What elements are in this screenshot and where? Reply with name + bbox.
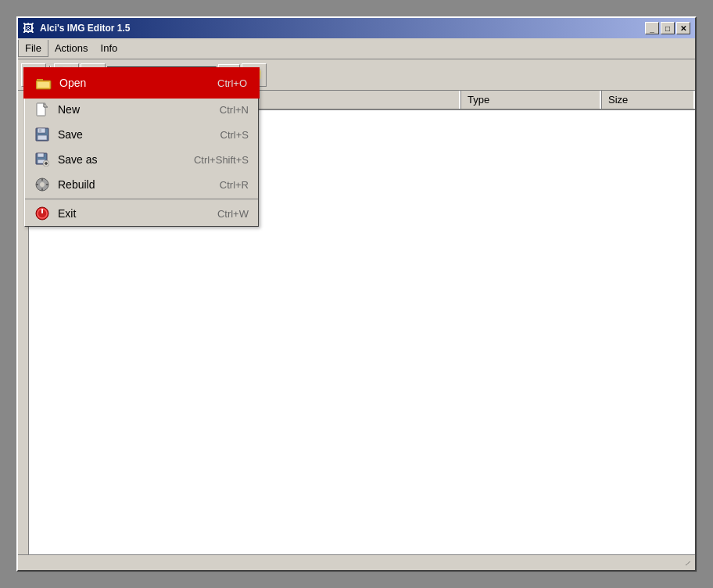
exit-shortcut: Ctrl+W	[217, 208, 249, 220]
svg-rect-9	[39, 128, 41, 132]
rebuild-shortcut: Ctrl+R	[220, 179, 249, 191]
exit-label: Exit	[58, 207, 210, 220]
menu-bar: File Actions Info	[18, 38, 695, 59]
save-shortcut: Ctrl+S	[220, 129, 249, 141]
svg-point-18	[40, 182, 45, 187]
svg-rect-12	[38, 153, 44, 157]
menu-actions[interactable]: Actions	[48, 40, 95, 57]
rebuild-icon	[34, 177, 50, 192]
title-bar-left: 🖼 Alci's IMG Editor 1.5	[23, 22, 131, 34]
svg-rect-19	[41, 178, 43, 181]
svg-rect-20	[41, 188, 43, 191]
title-bar: 🖼 Alci's IMG Editor 1.5 _ □ ✕	[18, 18, 695, 38]
open-shortcut: Ctrl+O	[217, 77, 247, 89]
maximize-button[interactable]: □	[661, 22, 675, 34]
rebuild-label: Rebuild	[58, 178, 212, 191]
saveas-shortcut: Ctrl+Shift+S	[194, 154, 249, 166]
new-label: New	[58, 103, 212, 116]
menu-info[interactable]: Info	[95, 40, 124, 57]
save-icon	[34, 127, 50, 142]
menu-file[interactable]: File	[18, 40, 48, 57]
window-title: Alci's IMG Editor 1.5	[40, 23, 131, 34]
status-icon: ⟋	[683, 558, 692, 568]
svg-rect-22	[46, 184, 48, 185]
saveas-label: Save as	[58, 153, 186, 166]
minimize-button[interactable]: _	[645, 22, 659, 34]
status-bar: ⟋	[18, 554, 695, 570]
exit-icon	[34, 206, 50, 221]
menu-item-new[interactable]: New Ctrl+N	[25, 97, 258, 122]
svg-rect-10	[38, 135, 47, 140]
col-header-type: Type	[460, 91, 601, 109]
file-dropdown-menu: Open Ctrl+O New Ctrl+N	[24, 68, 259, 227]
save-label: Save	[58, 128, 213, 141]
menu-item-open[interactable]: Open Ctrl+O	[25, 69, 258, 97]
new-shortcut: Ctrl+N	[220, 104, 249, 116]
saveas-icon	[34, 152, 50, 167]
app-icon: 🖼	[23, 22, 35, 34]
svg-rect-25	[41, 209, 43, 213]
open-label: Open	[59, 77, 210, 89]
menu-separator	[25, 199, 258, 199]
svg-rect-2	[38, 82, 49, 88]
menu-item-saveas[interactable]: Save as Ctrl+Shift+S	[25, 147, 258, 172]
close-button[interactable]: ✕	[676, 22, 690, 34]
svg-rect-21	[36, 184, 38, 185]
open-icon	[36, 75, 52, 91]
col-header-size: Size	[601, 91, 695, 109]
title-buttons: _ □ ✕	[645, 22, 690, 34]
menu-item-save[interactable]: Save Ctrl+S	[25, 122, 258, 147]
menu-item-exit[interactable]: Exit Ctrl+W	[25, 201, 258, 226]
menu-item-rebuild[interactable]: Rebuild Ctrl+R	[25, 172, 258, 197]
new-icon	[34, 102, 50, 117]
